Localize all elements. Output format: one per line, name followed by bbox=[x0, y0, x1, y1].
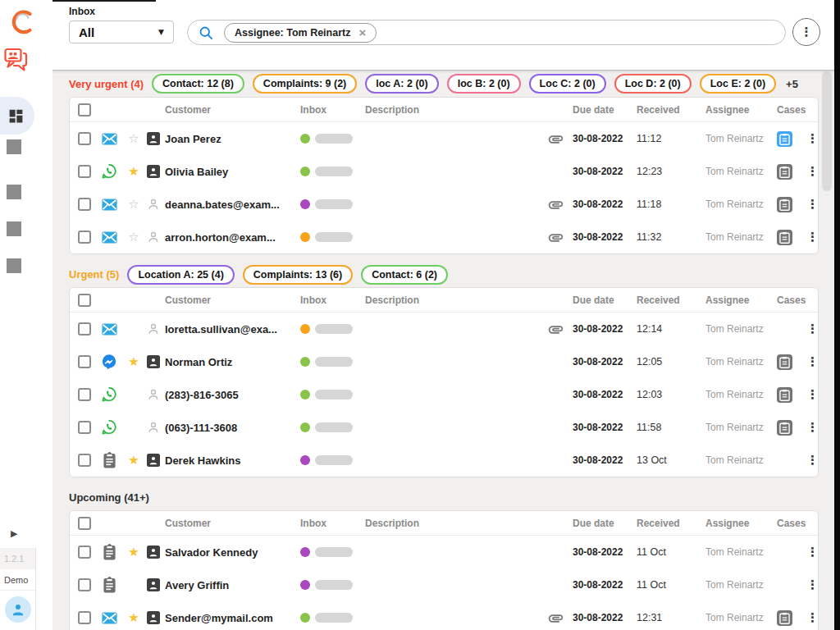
row-checkbox[interactable] bbox=[78, 165, 91, 178]
case-icon[interactable] bbox=[777, 131, 792, 147]
inbox-skeleton bbox=[315, 357, 353, 367]
filter-chip[interactable]: Complaints: 9 (2) bbox=[253, 74, 357, 94]
row-checkbox[interactable] bbox=[78, 231, 91, 244]
sidebar-item-placeholder-2[interactable] bbox=[7, 185, 21, 199]
row-checkbox[interactable] bbox=[78, 132, 91, 145]
select-all-checkbox[interactable] bbox=[78, 294, 91, 307]
filter-chip[interactable]: Contact: 12 (8) bbox=[152, 74, 244, 94]
conversation-row[interactable]: ☆arron.horton@exam...30-08-202211:32Tom … bbox=[70, 221, 818, 253]
conversation-row[interactable]: ★Derek Hawkins30-08-202213 OctTom Reinar… bbox=[70, 444, 818, 477]
column-header-description: Description bbox=[365, 104, 527, 116]
search-input[interactable]: Assignee: Tom Reinartz × bbox=[187, 20, 786, 45]
inbox-dot bbox=[300, 232, 310, 242]
row-menu-kebab-icon[interactable]: ⋮ bbox=[806, 420, 818, 435]
case-icon[interactable] bbox=[777, 387, 792, 403]
star-icon[interactable]: ★ bbox=[127, 454, 140, 467]
star-icon[interactable]: ☆ bbox=[127, 198, 140, 211]
row-menu-kebab-icon[interactable]: ⋮ bbox=[806, 545, 818, 559]
user-avatar[interactable] bbox=[5, 596, 31, 623]
row-checkbox[interactable] bbox=[78, 546, 91, 559]
sidebar-expand-icon[interactable]: ▶ bbox=[11, 528, 17, 539]
conversation-row[interactable]: ☆deanna.bates@exam...30-08-202211:18Tom … bbox=[70, 188, 818, 221]
row-menu-kebab-icon[interactable]: ⋮ bbox=[806, 197, 818, 212]
row-menu-kebab-icon[interactable]: ⋮ bbox=[806, 354, 818, 369]
star-icon[interactable]: ★ bbox=[127, 611, 140, 624]
topbar-more-button[interactable]: ⋮ bbox=[792, 18, 820, 46]
close-icon[interactable]: × bbox=[358, 26, 366, 39]
case-icon[interactable] bbox=[777, 610, 792, 626]
row-checkbox[interactable] bbox=[78, 454, 91, 467]
row-menu-kebab-icon[interactable]: ⋮ bbox=[806, 453, 818, 468]
row-checkbox[interactable] bbox=[78, 388, 91, 401]
case-icon[interactable] bbox=[777, 354, 792, 370]
star-icon[interactable]: ★ bbox=[127, 355, 140, 368]
received-time: 12:23 bbox=[637, 166, 676, 177]
row-checkbox[interactable] bbox=[78, 355, 91, 368]
conversation-list: Very urgent (4)Contact: 12 (8)Complaints… bbox=[52, 71, 834, 630]
customer-name: (063)-111-3608 bbox=[165, 422, 300, 434]
row-checkbox[interactable] bbox=[78, 322, 91, 336]
conversation-row[interactable]: ★Olivia Bailey30-08-202212:23Tom Reinart… bbox=[70, 155, 818, 188]
sections: Very urgent (4)Contact: 12 (8)Complaints… bbox=[52, 74, 834, 630]
messenger-channel-icon bbox=[101, 354, 117, 370]
conversation-row[interactable]: (283)-816-306530-08-202212:03Tom Reinart… bbox=[70, 378, 818, 411]
conversation-row[interactable]: (063)-111-360830-08-202211:58Tom Reinart… bbox=[70, 411, 818, 444]
filter-chip[interactable]: Contact: 6 (2) bbox=[361, 265, 448, 285]
search-filter-chip[interactable]: Assignee: Tom Reinartz × bbox=[224, 23, 377, 43]
sidebar-item-placeholder-1[interactable] bbox=[7, 139, 21, 154]
conversation-row[interactable]: Avery Griffin30-08-202211 OctTom Reinart… bbox=[70, 568, 818, 601]
case-icon[interactable] bbox=[777, 197, 792, 212]
star-icon[interactable]: ★ bbox=[127, 546, 140, 559]
conversation-row[interactable]: ★Salvador Kennedy30-08-202211 OctTom Rei… bbox=[70, 536, 818, 568]
row-menu-kebab-icon[interactable]: ⋮ bbox=[806, 230, 818, 244]
star-icon[interactable]: ☆ bbox=[127, 231, 140, 244]
assignee-name: Tom Reinartz bbox=[705, 579, 771, 591]
row-menu-kebab-icon[interactable]: ⋮ bbox=[806, 387, 818, 402]
case-icon[interactable] bbox=[777, 230, 792, 245]
column-header-cases: Cases bbox=[777, 104, 793, 116]
filter-chip[interactable]: Loc C: 2 (0) bbox=[529, 74, 606, 94]
contact-badge-icon bbox=[147, 611, 160, 624]
star-icon[interactable]: ☆ bbox=[127, 132, 140, 145]
row-menu-kebab-icon[interactable]: ⋮ bbox=[806, 164, 818, 179]
filter-chip[interactable]: Location A: 25 (4) bbox=[127, 265, 234, 285]
star-icon[interactable]: ★ bbox=[127, 165, 140, 178]
filter-chip[interactable]: Loc E: 2 (0) bbox=[700, 74, 776, 94]
filter-chip[interactable]: Complaints: 13 (6) bbox=[243, 265, 353, 285]
row-checkbox[interactable] bbox=[78, 421, 91, 434]
case-icon[interactable] bbox=[777, 164, 792, 180]
inbox-dot bbox=[300, 324, 310, 334]
conversation-row[interactable]: ☆Joan Perez30-08-202211:12Tom Reinartz⋮ bbox=[70, 122, 818, 155]
row-menu-kebab-icon[interactable]: ⋮ bbox=[806, 322, 818, 336]
scrollbar[interactable] bbox=[822, 71, 832, 191]
sidebar-item-placeholder-4[interactable] bbox=[7, 258, 21, 273]
select-all-checkbox[interactable] bbox=[78, 517, 91, 530]
row-menu-kebab-icon[interactable]: ⋮ bbox=[806, 578, 818, 592]
team-chat-icon[interactable] bbox=[3, 45, 29, 75]
conversation-row[interactable]: ★Norman Ortiz30-08-202212:05Tom Reinartz… bbox=[70, 345, 818, 378]
assignee-name: Tom Reinartz bbox=[705, 133, 771, 144]
customer-name: deanna.bates@exam... bbox=[165, 199, 300, 211]
row-menu-kebab-icon[interactable]: ⋮ bbox=[806, 131, 818, 146]
row-menu-kebab-icon[interactable]: ⋮ bbox=[806, 610, 818, 625]
case-icon[interactable] bbox=[777, 420, 792, 436]
filter-chip[interactable]: loc A: 2 (0) bbox=[365, 74, 438, 94]
row-checkbox[interactable] bbox=[78, 198, 91, 211]
conversation-row[interactable]: ★Sender@mymail.com30-08-202212:31Tom Rei… bbox=[70, 601, 818, 630]
chevron-down-icon: ▼ bbox=[158, 28, 164, 36]
conversation-table: CustomerInboxDescriptionDue dateReceived… bbox=[69, 287, 819, 477]
sidebar-item-placeholder-3[interactable] bbox=[7, 221, 21, 236]
chips-more-label[interactable]: +5 bbox=[786, 78, 798, 90]
filter-chip[interactable]: Loc D: 2 (0) bbox=[614, 74, 692, 94]
inbox-skeleton bbox=[315, 199, 353, 209]
inbox-cell bbox=[300, 134, 353, 144]
row-checkbox[interactable] bbox=[78, 578, 91, 591]
filter-chip[interactable]: loc B: 2 (0) bbox=[447, 74, 521, 94]
conversation-row[interactable]: loretta.sullivan@exa...30-08-202212:14To… bbox=[70, 313, 818, 345]
select-all-checkbox[interactable] bbox=[78, 103, 91, 116]
inbox-cell bbox=[300, 613, 353, 623]
row-checkbox[interactable] bbox=[78, 611, 91, 624]
inbox-filter-value: All bbox=[79, 25, 94, 39]
inbox-filter-select[interactable]: All ▼ bbox=[69, 21, 174, 43]
received-time: 11:12 bbox=[637, 133, 676, 144]
